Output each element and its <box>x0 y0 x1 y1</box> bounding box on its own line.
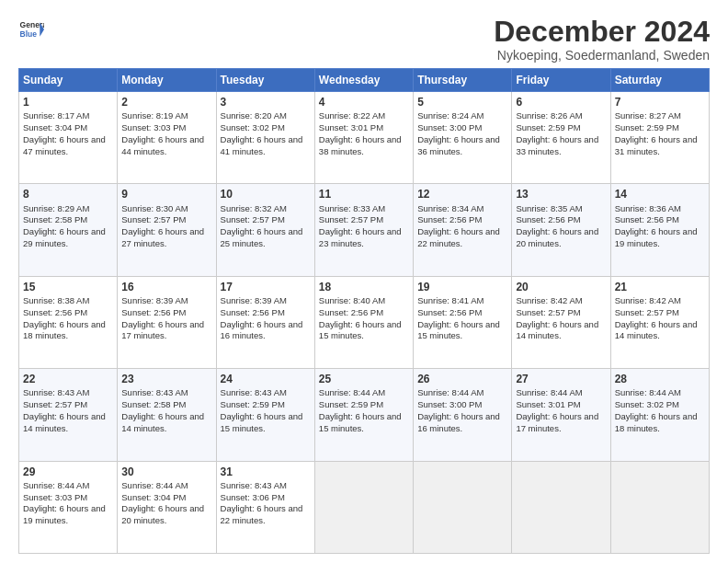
empty-cell <box>610 461 709 553</box>
day-7: 7 Sunrise: 8:27 AMSunset: 2:59 PMDayligh… <box>610 92 709 184</box>
day-3: 3 Sunrise: 8:20 AMSunset: 3:02 PMDayligh… <box>216 92 314 184</box>
day-6: 6 Sunrise: 8:26 AMSunset: 2:59 PMDayligh… <box>512 92 610 184</box>
day-16: 16 Sunrise: 8:39 AMSunset: 2:56 PMDaylig… <box>118 276 216 368</box>
calendar-table: Sunday Monday Tuesday Wednesday Thursday… <box>18 68 710 554</box>
day-25: 25 Sunrise: 8:44 AMSunset: 2:59 PMDaylig… <box>314 369 413 461</box>
day-4: 4 Sunrise: 8:22 AMSunset: 3:01 PMDayligh… <box>314 92 413 184</box>
logo-icon: General Blue <box>18 17 44 42</box>
calendar-header-row: Sunday Monday Tuesday Wednesday Thursday… <box>19 69 710 92</box>
day-30: 30 Sunrise: 8:44 AMSunset: 3:04 PMDaylig… <box>118 461 216 553</box>
day-20: 20 Sunrise: 8:42 AMSunset: 2:57 PMDaylig… <box>512 276 610 368</box>
day-19: 19 Sunrise: 8:41 AMSunset: 2:56 PMDaylig… <box>414 276 512 368</box>
table-row: 22 Sunrise: 8:43 AMSunset: 2:57 PMDaylig… <box>19 369 710 461</box>
day-21: 21 Sunrise: 8:42 AMSunset: 2:57 PMDaylig… <box>610 276 709 368</box>
calendar-title: December 2024 <box>494 17 710 46</box>
table-row: 1 Sunrise: 8:17 AMSunset: 3:04 PMDayligh… <box>19 92 710 184</box>
day-13: 13 Sunrise: 8:35 AMSunset: 2:56 PMDaylig… <box>512 184 610 276</box>
table-row: 29 Sunrise: 8:44 AMSunset: 3:03 PMDaylig… <box>19 461 710 553</box>
day-24: 24 Sunrise: 8:43 AMSunset: 2:59 PMDaylig… <box>216 369 314 461</box>
day-12: 12 Sunrise: 8:34 AMSunset: 2:56 PMDaylig… <box>414 184 512 276</box>
empty-cell <box>512 461 610 553</box>
empty-cell <box>314 461 413 553</box>
day-18: 18 Sunrise: 8:40 AMSunset: 2:56 PMDaylig… <box>314 276 413 368</box>
day-2: 2 Sunrise: 8:19 AMSunset: 3:03 PMDayligh… <box>118 92 216 184</box>
day-27: 27 Sunrise: 8:44 AMSunset: 3:01 PMDaylig… <box>512 369 610 461</box>
col-sunday: Sunday <box>19 69 118 92</box>
day-31: 31 Sunrise: 8:43 AMSunset: 3:06 PMDaylig… <box>216 461 314 553</box>
day-15: 15 Sunrise: 8:38 AMSunset: 2:56 PMDaylig… <box>19 276 118 368</box>
col-tuesday: Tuesday <box>216 69 314 92</box>
col-thursday: Thursday <box>414 69 512 92</box>
day-5: 5 Sunrise: 8:24 AMSunset: 3:00 PMDayligh… <box>414 92 512 184</box>
day-17: 17 Sunrise: 8:39 AMSunset: 2:56 PMDaylig… <box>216 276 314 368</box>
title-block: December 2024 Nykoeping, Soedermanland, … <box>494 17 710 63</box>
day-11: 11 Sunrise: 8:33 AMSunset: 2:57 PMDaylig… <box>314 184 413 276</box>
day-10: 10 Sunrise: 8:32 AMSunset: 2:57 PMDaylig… <box>216 184 314 276</box>
day-22: 22 Sunrise: 8:43 AMSunset: 2:57 PMDaylig… <box>19 369 118 461</box>
col-friday: Friday <box>512 69 610 92</box>
col-monday: Monday <box>118 69 216 92</box>
page: General Blue December 2024 Nykoeping, So… <box>0 0 728 563</box>
header: General Blue December 2024 Nykoeping, So… <box>18 17 710 63</box>
logo: General Blue <box>18 17 44 42</box>
day-14: 14 Sunrise: 8:36 AMSunset: 2:56 PMDaylig… <box>610 184 709 276</box>
svg-text:Blue: Blue <box>20 29 38 39</box>
table-row: 8 Sunrise: 8:29 AMSunset: 2:58 PMDayligh… <box>19 184 710 276</box>
calendar-subtitle: Nykoeping, Soedermanland, Sweden <box>494 48 710 63</box>
empty-cell <box>414 461 512 553</box>
day-9: 9 Sunrise: 8:30 AMSunset: 2:57 PMDayligh… <box>118 184 216 276</box>
col-wednesday: Wednesday <box>314 69 413 92</box>
day-23: 23 Sunrise: 8:43 AMSunset: 2:58 PMDaylig… <box>118 369 216 461</box>
col-saturday: Saturday <box>610 69 709 92</box>
day-29: 29 Sunrise: 8:44 AMSunset: 3:03 PMDaylig… <box>19 461 118 553</box>
day-8: 8 Sunrise: 8:29 AMSunset: 2:58 PMDayligh… <box>19 184 118 276</box>
day-1: 1 Sunrise: 8:17 AMSunset: 3:04 PMDayligh… <box>19 92 118 184</box>
day-28: 28 Sunrise: 8:44 AMSunset: 3:02 PMDaylig… <box>610 369 709 461</box>
day-26: 26 Sunrise: 8:44 AMSunset: 3:00 PMDaylig… <box>414 369 512 461</box>
table-row: 15 Sunrise: 8:38 AMSunset: 2:56 PMDaylig… <box>19 276 710 368</box>
